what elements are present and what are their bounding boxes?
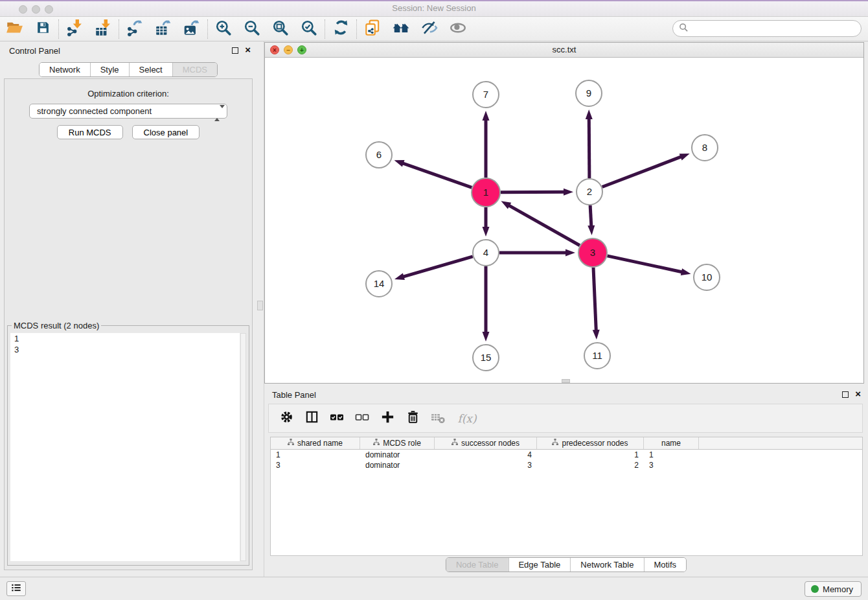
graph-edge-1-7[interactable] [483,111,490,178]
deselect-all-button[interactable] [354,411,370,426]
function-builder-button[interactable]: f(x) [455,411,479,426]
column-header-successor-nodes[interactable]: successor nodes [435,437,537,449]
minimize-window-icon[interactable] [32,5,40,14]
table-cell[interactable]: 1 [644,450,699,459]
table-cell[interactable]: 3 [271,461,360,470]
graph-edge-4-3[interactable] [499,249,575,257]
create-column-button[interactable] [380,411,395,426]
table-cell[interactable]: dominator [360,461,435,470]
graph-node-11[interactable]: 11 [584,343,610,369]
import-table-button[interactable] [89,18,117,40]
graph-edge-3-11[interactable] [593,268,600,340]
network-close-icon[interactable]: × [270,45,279,54]
tab-motifs[interactable]: Motifs [643,558,686,571]
column-header-shared-name[interactable]: shared name [271,437,360,449]
tab-style[interactable]: Style [90,63,129,76]
first-neighbors-button[interactable] [358,18,387,40]
hide-selected-button[interactable] [415,18,444,40]
export-network-icon [126,19,144,40]
tab-select[interactable]: Select [129,63,172,76]
graph-node-14[interactable]: 14 [366,271,392,297]
tab-network[interactable]: Network [40,63,90,76]
graph-edge-3-1[interactable] [501,201,580,245]
graph-node-10[interactable]: 10 [694,264,720,290]
network-minimize-icon[interactable]: – [284,45,293,54]
export-network-button[interactable] [120,18,149,40]
delete-column-button[interactable] [405,411,420,426]
table-cell[interactable]: 4 [435,450,537,459]
tab-mcds[interactable]: MCDS [172,63,217,76]
export-table-button[interactable] [149,18,177,40]
column-header-name[interactable]: name [644,437,699,449]
open-session-button[interactable] [0,18,29,40]
network-resize-grip[interactable] [562,379,570,383]
close-table-panel-icon[interactable]: × [855,389,861,399]
criterion-select[interactable]: strongly connected component [29,104,227,119]
table-cell[interactable]: 3 [644,461,699,470]
graph-node-8[interactable]: 8 [692,135,718,161]
table-cell[interactable]: dominator [360,450,435,459]
show-columns-button[interactable] [304,411,319,426]
float-panel-icon[interactable] [232,47,238,54]
run-mcds-button[interactable]: Run MCDS [57,125,123,139]
graph-edge-1-6[interactable] [394,160,472,187]
graph-node-6[interactable]: 6 [366,142,392,168]
result-scrollbar[interactable] [240,333,246,561]
graph-edge-3-10[interactable] [607,256,691,275]
save-session-button[interactable] [29,18,57,40]
graph-edge-4-15[interactable] [483,266,490,341]
graph-edge-2-9[interactable] [586,110,593,178]
table-cell[interactable]: 3 [435,461,537,470]
graph-node-2[interactable]: 2 [577,179,602,205]
table-cell[interactable]: 1 [271,450,360,459]
tab-edge-table[interactable]: Edge Table [508,558,570,571]
search-field[interactable] [672,20,862,37]
graph-node-4[interactable]: 4 [473,240,499,266]
column-header-mcds-role[interactable]: MCDS role [360,437,435,449]
network-canvas[interactable]: 7968124314101511 [265,58,863,383]
column-header-predecessor-nodes[interactable]: predecessor nodes [537,437,644,449]
zoom-selected-button[interactable] [295,18,323,40]
close-window-icon[interactable] [19,5,27,14]
home-networks-button[interactable] [387,18,415,40]
import-network-button[interactable] [60,18,89,40]
close-panel-icon[interactable]: × [245,45,251,55]
float-table-panel-icon[interactable] [842,391,849,398]
zoom-out-button[interactable] [238,18,266,40]
network-maximize-icon[interactable]: + [297,45,306,54]
list-icon [10,581,23,597]
mcds-result-box[interactable]: 13 [10,333,240,561]
graph-edge-1-4[interactable] [483,207,490,237]
tab-node-table[interactable]: Node Table [446,558,508,571]
zoom-fit-button[interactable] [266,18,295,40]
delete-table-button[interactable] [430,411,446,426]
svg-text:10: 10 [702,271,713,283]
select-all-button[interactable] [329,411,345,426]
table-settings-button[interactable] [279,411,294,426]
graph-node-15[interactable]: 15 [473,345,499,371]
splitter-grip[interactable] [257,301,263,310]
graph-node-9[interactable]: 9 [576,80,602,106]
graph-edge-2-8[interactable] [602,154,690,187]
search-input[interactable] [692,23,857,34]
graph-edge-1-2[interactable] [501,189,573,196]
graph-edge-4-14[interactable] [394,257,473,280]
table-cell[interactable]: 2 [537,461,644,470]
zoom-window-icon[interactable] [45,5,53,14]
graph-node-1[interactable]: 1 [472,178,500,207]
refresh-view-button[interactable] [326,18,355,40]
tab-network-table[interactable]: Network Table [570,558,643,571]
zoom-in-button[interactable] [209,18,238,40]
close-panel-button[interactable]: Close panel [132,125,200,139]
export-image-button[interactable] [177,18,206,40]
memory-button[interactable]: Memory [805,581,862,597]
table-cell[interactable]: 1 [537,450,644,459]
table-row[interactable]: 1dominator411 [271,450,862,460]
show-all-button[interactable] [444,18,472,40]
task-history-button[interactable] [6,581,26,596]
graph-node-7[interactable]: 7 [473,82,499,108]
table-row[interactable]: 3dominator323 [271,460,862,470]
graph-edge-2-3[interactable] [588,205,595,235]
panel-splitter[interactable] [257,41,264,577]
graph-node-3[interactable]: 3 [578,238,607,267]
